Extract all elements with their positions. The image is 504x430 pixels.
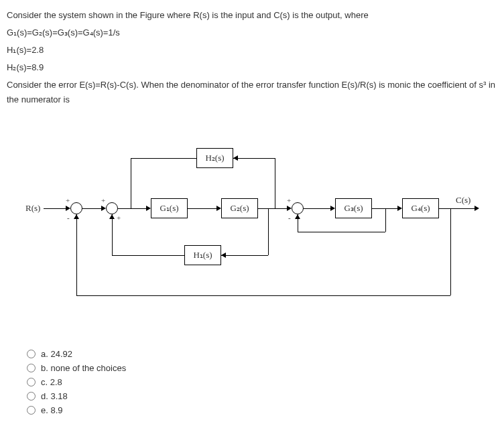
radio-b[interactable]	[27, 364, 36, 372]
g2-block: G₂(s)	[221, 198, 258, 218]
summing-junction-3	[292, 202, 304, 214]
h1-block: H₁(s)	[184, 245, 221, 265]
option-a[interactable]: a. 24.92	[27, 349, 497, 359]
question-line-3: H₁(s)=2.8	[7, 43, 497, 58]
question-text: Consider the system shown in the Figure …	[7, 8, 497, 108]
summing-junction-1	[70, 202, 82, 214]
block-diagram: R(s) + - + + G₁(s) G₂(s) + -	[7, 121, 497, 322]
output-label: C(s)	[456, 195, 470, 206]
option-e[interactable]: e. 8.9	[27, 405, 497, 415]
option-a-label: a. 24.92	[41, 349, 72, 359]
option-b-label: b. none of the choices	[41, 363, 126, 373]
option-b[interactable]: b. none of the choices	[27, 363, 497, 373]
question-line-2: G₁(s)=G₂(s)=G₃(s)=G₄(s)=1/s	[7, 25, 497, 40]
radio-a[interactable]	[27, 350, 36, 358]
h2-block: H₂(s)	[196, 148, 233, 168]
option-d-label: d. 3.18	[41, 391, 68, 401]
option-d[interactable]: d. 3.18	[27, 391, 497, 401]
g1-block: G₁(s)	[151, 198, 188, 218]
g4-block: G₄(s)	[402, 198, 439, 218]
radio-c[interactable]	[27, 378, 36, 386]
summing-junction-2	[106, 202, 118, 214]
option-c[interactable]: c. 2.8	[27, 377, 497, 387]
option-c-label: c. 2.8	[41, 377, 62, 387]
question-line-5: Consider the error E(s)=R(s)-C(s). When …	[7, 78, 497, 107]
answer-options: a. 24.92 b. none of the choices c. 2.8 d…	[27, 349, 497, 415]
input-label: R(s)	[25, 203, 40, 214]
g3-block: G₃(s)	[335, 198, 372, 218]
question-line-4: H₂(s)=8.9	[7, 60, 497, 75]
option-e-label: e. 8.9	[41, 405, 63, 415]
question-line-1: Consider the system shown in the Figure …	[7, 8, 497, 23]
radio-e[interactable]	[27, 406, 36, 415]
radio-d[interactable]	[27, 392, 36, 401]
